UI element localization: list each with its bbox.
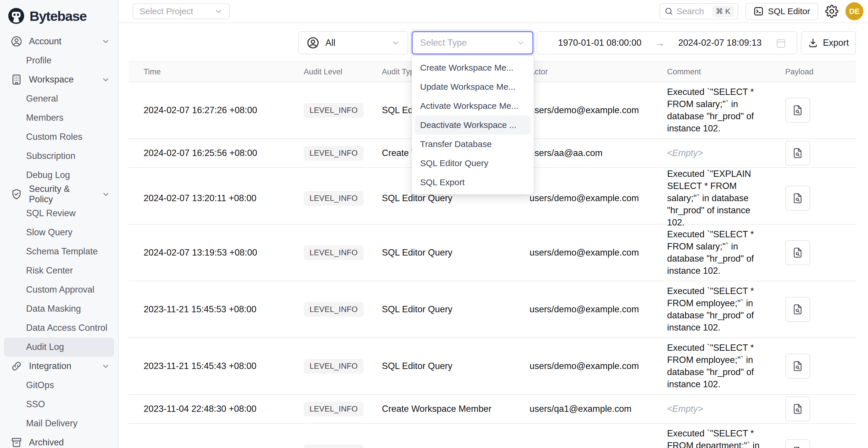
cell-audit-level: LEVEL_INFO (292, 246, 373, 260)
actor-filter-select[interactable]: All (298, 31, 408, 55)
project-select-placeholder: Select Project (140, 6, 193, 16)
sidebar-item[interactable]: Data Masking (0, 299, 118, 318)
cell-audit-type: SQL Editor Query (373, 361, 521, 371)
payload-view-button[interactable] (785, 98, 810, 123)
cell-audit-type: SQL Editor Query (373, 304, 521, 315)
table-row: 2023-11-21 15:45:53 +08:00 LEVEL_INFO SQ… (129, 281, 856, 338)
sidebar-item[interactable]: Mail Delivery (0, 414, 118, 433)
cell-actor: users/qa1@example.com (521, 404, 658, 414)
sidebar-item[interactable]: Debug Log (0, 165, 118, 185)
column-header-time: Time (129, 67, 292, 76)
sidebar-item[interactable]: Members (0, 108, 118, 127)
sidebar-item[interactable]: Integration (0, 357, 118, 376)
type-menu-option[interactable]: SQL Editor Query (412, 154, 534, 173)
user-avatar[interactable]: DE (845, 2, 863, 20)
date-range-picker[interactable]: 1970-01-01 08:00:00 → 2024-02-07 18:09:1… (537, 31, 797, 55)
sidebar-item-label: GitOps (26, 380, 54, 390)
sidebar-item[interactable]: Profile (0, 51, 118, 70)
type-menu-option[interactable]: Activate Workspace Me... (412, 96, 534, 116)
cell-audit-type: SQL Editor Query (373, 248, 521, 258)
chevron-down-icon (214, 7, 223, 15)
type-filter-placeholder: Select Type (420, 38, 467, 48)
sidebar: Bytebase Account Profile (0, 0, 119, 448)
sidebar-item[interactable]: Audit Log (4, 338, 114, 357)
payload-view-button[interactable] (785, 240, 810, 265)
cell-audit-level: LEVEL_INFO (292, 445, 373, 448)
brand-name: Bytebase (30, 8, 87, 24)
cell-payload (774, 439, 855, 448)
type-menu-option[interactable]: Create Workspace Me... (412, 58, 534, 77)
cell-audit-type: SQL Editor Query (373, 447, 521, 448)
level-badge: LEVEL_INFO (304, 402, 364, 416)
filter-bar: All Select Type 1970-01-01 08:00:00 → 20… (119, 31, 856, 55)
cell-comment: Executed `"SELECT * FROM salary;"` in da… (658, 86, 774, 135)
chevron-down-icon (392, 38, 400, 47)
search-input[interactable]: Search ⌘ K (659, 3, 738, 20)
sidebar-item[interactable]: Archived (0, 433, 118, 448)
sql-editor-button[interactable]: SQL Editor (745, 3, 818, 20)
payload-view-button[interactable] (785, 297, 810, 322)
type-menu-option[interactable]: Transfer Database (412, 135, 534, 154)
file-search-icon (792, 403, 804, 415)
payload-view-button[interactable] (785, 141, 810, 165)
search-shortcut-badge: ⌘ K (712, 6, 734, 17)
bytebase-logo[interactable]: Bytebase (0, 0, 118, 32)
payload-view-button[interactable] (785, 396, 810, 421)
sidebar-item-label: Members (26, 113, 63, 123)
payload-view-button[interactable] (785, 439, 810, 448)
sidebar-item[interactable]: GitOps (0, 376, 118, 395)
date-to-value[interactable]: 2024-02-07 18:09:13 (668, 38, 772, 48)
date-from-value[interactable]: 1970-01-01 08:00:00 (547, 38, 652, 48)
topbar: Select Project Search ⌘ K SQL Editor DE (119, 0, 868, 23)
sidebar-item-label: Profile (26, 55, 52, 66)
level-badge: LEVEL_INFO (304, 359, 364, 374)
export-button[interactable]: Export (801, 31, 856, 55)
cell-payload (774, 297, 855, 322)
sidebar-item-label: General (26, 94, 58, 104)
project-select[interactable]: Select Project (133, 3, 230, 19)
sidebar-item[interactable]: Subscription (0, 147, 118, 165)
type-menu-option[interactable]: Update Workspace Me... (412, 77, 534, 96)
archive-icon (10, 437, 23, 448)
sidebar-item[interactable]: Security & Policy (0, 185, 118, 204)
user-circle-icon (306, 36, 320, 50)
column-header-comment: Comment (658, 67, 774, 76)
sidebar-item-label: Account (29, 36, 61, 46)
table-row: 2023-11-04 22:48:30 +08:00 LEVEL_INFO Cr… (129, 395, 856, 424)
sidebar-item[interactable]: Custom Roles (0, 127, 118, 147)
sidebar-item[interactable]: Workspace (0, 70, 118, 89)
cell-payload (774, 98, 855, 123)
cell-time: 2024-02-07 16:25:56 +08:00 (129, 148, 292, 158)
cell-payload (774, 186, 855, 211)
sidebar-item[interactable]: SSO (0, 395, 118, 414)
user-circle-icon (10, 35, 23, 47)
sql-editor-label: SQL Editor (768, 6, 810, 16)
sidebar-item-label: Custom Approval (26, 285, 94, 295)
sidebar-item[interactable]: Account (0, 32, 118, 51)
column-header-actor: Actor (521, 67, 658, 76)
file-search-icon (792, 360, 804, 372)
terminal-icon (753, 6, 764, 17)
sidebar-item[interactable]: Schema Template (0, 242, 118, 261)
type-menu-option[interactable]: SQL Export (412, 173, 534, 192)
sidebar-item[interactable]: SQL Review (0, 204, 118, 223)
sidebar-item[interactable]: Custom Approval (0, 280, 118, 299)
payload-view-button[interactable] (785, 354, 810, 379)
sidebar-item[interactable]: Risk Center (0, 261, 118, 280)
type-menu-option[interactable]: Deactivate Workspace ... (415, 116, 531, 135)
app-root: Bytebase Account Profile (0, 0, 868, 448)
file-search-icon (792, 446, 804, 448)
link-icon (10, 360, 23, 372)
sidebar-item[interactable]: General (0, 89, 118, 108)
sidebar-item-label: Schema Template (26, 246, 98, 257)
settings-gear-button[interactable] (825, 5, 838, 18)
payload-view-button[interactable] (785, 186, 810, 211)
sidebar-item[interactable]: Data Access Control (0, 318, 118, 338)
type-filter-select[interactable]: Select Type (412, 31, 533, 55)
cell-actor: users/aa@aa.com (521, 148, 658, 158)
cell-comment: Executed `"SELECT * FROM salary;"` in da… (658, 228, 774, 277)
file-search-icon (792, 247, 804, 259)
sidebar-item-label: Data Masking (26, 303, 81, 314)
cell-actor: users/demo@example.com (521, 304, 658, 315)
sidebar-item[interactable]: Slow Query (0, 223, 118, 242)
